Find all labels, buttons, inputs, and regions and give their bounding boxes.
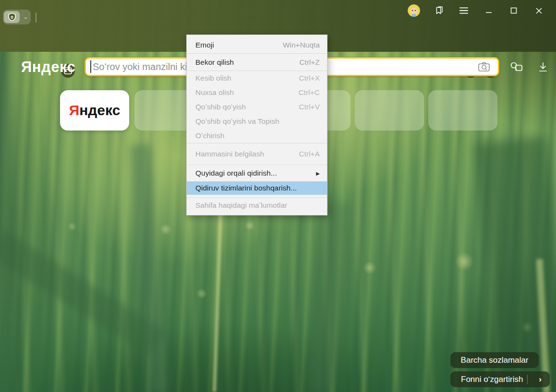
bookmarks-button[interactable] — [426, 0, 451, 21]
menu-item-bekor-qilish[interactable]: Bekor qilishCtrl+Z — [187, 54, 327, 71]
downloads-icon — [537, 61, 549, 73]
menu-item-quyidagi-orqali-qidirish[interactable]: Quyidagi orqali qidirish...▶ — [187, 165, 327, 181]
menu-item-nuxsa-olish: Nuxsa olishCtrl+C — [187, 85, 327, 100]
menu-item-label: Qidiruv tizimlarini boshqarish... — [195, 184, 297, 192]
chevron-down-icon[interactable]: ⌄ — [24, 10, 28, 24]
image-search-button[interactable] — [478, 61, 490, 74]
text-caret — [90, 60, 91, 73]
extensions-button[interactable] — [508, 59, 525, 76]
menu-item-label: Bekor qilish — [195, 58, 234, 67]
menu-item-qidiruv-tizimlarini-boshqarish[interactable]: Qidiruv tizimlarini boshqarish... — [187, 181, 327, 195]
close-button[interactable] — [526, 0, 551, 21]
menu-item-o-chirish: Oʻchirish — [187, 129, 327, 143]
profile-button[interactable] — [401, 0, 426, 21]
menu-item-label: Quyidagi orqali qidirish... — [195, 169, 277, 178]
extensions-icon — [509, 61, 524, 73]
svg-text:0: 0 — [11, 14, 13, 20]
menu-item-qo-shib-qo-yish: Qoʻshib qoʻyishCtrl+V — [187, 100, 327, 114]
browser-window: 8 + ... Яндекс Barcha sozlamalar Fonni o… — [0, 0, 556, 392]
menu-item-label: Qoʻshib qoʻyish — [195, 103, 246, 111]
menu-item-shortcut: Ctrl+A — [299, 150, 320, 158]
bookmarks-icon — [434, 5, 444, 16]
user-avatar — [408, 4, 420, 17]
menu-item-qo-shib-qo-yish-va-topish: Qoʻshib qoʻyish va Topish — [187, 114, 327, 129]
menu-item-kesib-olish: Kesib olishCtrl+X — [187, 71, 327, 85]
all-settings-button[interactable]: Barcha sozlamalar — [450, 352, 539, 368]
menu-item-label: Kesib olish — [195, 74, 231, 83]
change-background-label: Fonni oʻzgartirish — [461, 375, 523, 384]
titlebar-actions — [401, 0, 551, 21]
speed-dial-tile-empty — [428, 90, 497, 131]
speed-dial-tile-empty — [355, 90, 424, 131]
titlebar-divider — [36, 12, 36, 23]
menu-item-label: Emoji — [195, 41, 214, 49]
address-bar-placeholder: Soʻrov yoki manzilni kir — [93, 61, 190, 72]
menu-item-label: Qoʻshib qoʻyish va Topish — [195, 117, 279, 126]
menu-item-hammasini-belgilash: Hammasini belgilashCtrl+A — [187, 143, 327, 165]
menu-item-emoji[interactable]: EmojiWin+Nuqta — [187, 37, 327, 53]
button-divider — [527, 375, 528, 384]
menu-item-shortcut: Ctrl+V — [299, 103, 320, 111]
menu-item-shortcut: Ctrl+Z — [299, 58, 320, 67]
image-search-icon — [478, 61, 490, 72]
minimize-icon — [485, 7, 492, 14]
menu-item-label: Sahifa haqidagi maʼlumotlar — [195, 201, 287, 210]
minimize-button[interactable] — [476, 0, 501, 21]
menu-item-shortcut: Ctrl+C — [299, 88, 320, 97]
menu-item-label: Oʻchirish — [195, 131, 224, 140]
change-background-button[interactable]: Fonni oʻzgartirish › — [450, 371, 550, 387]
tile-label: Яндекс — [69, 102, 121, 119]
titlebar: 0 ⌄ — [0, 0, 556, 27]
menu-item-sahifa-haqidagi-ma-lumotlar: Sahifa haqidagi maʼlumotlar — [187, 198, 327, 213]
hamburger-menu-icon — [459, 7, 469, 14]
speed-dial-tile-yandex[interactable]: Яндекс — [60, 90, 129, 131]
maximize-button[interactable] — [501, 0, 526, 21]
tab-counter[interactable]: 0 ⌄ — [3, 10, 31, 24]
context-menu: EmojiWin+NuqtaBekor qilishCtrl+ZKesib ol… — [186, 35, 327, 215]
menu-button[interactable] — [451, 0, 476, 21]
tab-counter-active[interactable]: 0 — [4, 11, 20, 23]
chevron-right-icon: › — [539, 371, 542, 387]
all-settings-label: Barcha sozlamalar — [461, 356, 529, 365]
submenu-arrow-icon: ▶ — [316, 171, 320, 176]
menu-item-label: Hammasini belgilash — [195, 150, 264, 158]
menu-item-shortcut: Ctrl+X — [299, 74, 320, 83]
close-icon — [535, 7, 543, 14]
menu-item-shortcut: Win+Nuqta — [283, 41, 320, 49]
shield-tab-icon: 0 — [7, 12, 17, 23]
maximize-icon — [510, 7, 517, 14]
yandex-logo: Яндекс — [21, 59, 75, 76]
menu-item-label: Nuxsa olish — [195, 88, 234, 97]
downloads-button[interactable] — [534, 59, 552, 76]
